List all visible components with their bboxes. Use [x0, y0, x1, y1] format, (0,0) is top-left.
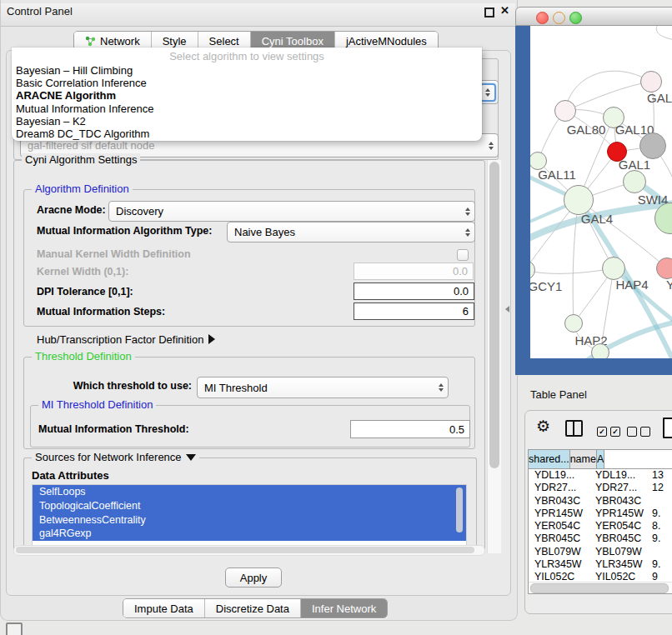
- table-cell[interactable]: YLR345W: [529, 558, 592, 571]
- network-node[interactable]: [654, 202, 672, 234]
- kernel-width-field[interactable]: 0.0: [354, 262, 474, 280]
- threshold-definition-title: Threshold Definition: [32, 350, 135, 362]
- gear-icon[interactable]: ⚙: [536, 418, 550, 434]
- tab[interactable]: Impute Data: [123, 599, 205, 618]
- network-node[interactable]: [591, 343, 609, 358]
- collapse-down-icon: [186, 454, 196, 461]
- table-row[interactable]: YLR345WYLR345W9.: [529, 558, 672, 571]
- attribute-item[interactable]: TopologicalCoefficient: [33, 499, 466, 513]
- horizontal-scrollbar[interactable]: [13, 545, 485, 556]
- which-threshold-combobox[interactable]: MI Threshold: [197, 377, 449, 398]
- node-y[interactable]: [656, 258, 672, 279]
- network-canvas[interactable]: GALGAL80GAL10GAL1GAL11SWI4GAL4GCY1HAP4YH…: [530, 26, 672, 358]
- table-cell[interactable]: 12: [649, 482, 672, 494]
- minimize-traffic-light-icon[interactable]: [553, 12, 565, 24]
- zoom-traffic-light-icon[interactable]: [569, 12, 582, 24]
- document-icon[interactable]: [663, 418, 672, 438]
- mi-threshold-field[interactable]: 0.5: [350, 420, 470, 438]
- panel-title: Control Panel: [7, 4, 73, 19]
- table-cell[interactable]: YDR27...: [592, 482, 649, 494]
- table-cell[interactable]: [649, 495, 672, 508]
- table-row[interactable]: YBR045CYBR045C9.: [529, 532, 672, 545]
- table-horizontal-scrollbar[interactable]: [529, 582, 672, 593]
- network-focus-frame: GALGAL80GAL10GAL1GAL11SWI4GAL4GCY1HAP4YH…: [515, 26, 672, 375]
- panel-divider-arrow[interactable]: [505, 306, 509, 312]
- network-node[interactable]: [639, 132, 666, 159]
- node-swi4[interactable]: [623, 170, 646, 193]
- table-cell[interactable]: YBL079W: [592, 546, 649, 558]
- dpi-tolerance-field[interactable]: 0.0: [354, 282, 474, 300]
- node-hap2[interactable]: [564, 314, 583, 332]
- tab[interactable]: Infer Network: [301, 599, 387, 618]
- node-hap4[interactable]: [602, 257, 625, 280]
- node-gal[interactable]: [640, 71, 662, 92]
- minimized-panel-icon[interactable]: [6, 622, 23, 635]
- table-cell[interactable]: YPR145W: [592, 508, 649, 520]
- table-cell[interactable]: YER054C: [529, 520, 592, 532]
- table-row[interactable]: YDR27...YDR27...12: [529, 482, 672, 494]
- algorithm-dropdown: Select algorithm to view settings Bayesi…: [12, 48, 482, 141]
- table-cell[interactable]: YBR045C: [592, 532, 649, 545]
- horizontal-scrollbar-thumb[interactable]: [16, 547, 474, 553]
- algorithm-option[interactable]: ARACNE Algorithm: [12, 89, 482, 102]
- network-window-titlebar[interactable]: [515, 7, 672, 26]
- column-header[interactable]: A: [597, 450, 604, 468]
- table-cell[interactable]: 8.: [649, 520, 672, 532]
- close-traffic-light-icon[interactable]: [536, 12, 549, 24]
- attribute-item[interactable]: BetweennessCentrality: [33, 513, 466, 528]
- table-cell[interactable]: YBR043C: [592, 495, 649, 508]
- split-columns-icon[interactable]: [565, 420, 583, 437]
- aracne-mode-combobox[interactable]: Discovery: [108, 201, 475, 222]
- column-header[interactable]: shared...: [529, 450, 570, 468]
- table-cell[interactable]: YPR145W: [529, 508, 592, 520]
- table-cell[interactable]: YBR043C: [529, 495, 592, 508]
- table-cell[interactable]: YLR345W: [592, 558, 649, 571]
- table-cell[interactable]: YDL19...: [592, 469, 649, 482]
- mi-threshold-label: Mutual Information Threshold:: [38, 420, 189, 439]
- node-gcy1[interactable]: [530, 260, 535, 280]
- algorithm-option[interactable]: Bayesian – K2: [12, 115, 482, 128]
- dropdown-placeholder: Select algorithm to view settings: [12, 48, 482, 64]
- attribute-item[interactable]: SelfLoops: [33, 485, 466, 499]
- table-cell[interactable]: 13: [649, 469, 672, 482]
- node-gal4[interactable]: [564, 185, 594, 215]
- table-cell[interactable]: YBL079W: [529, 546, 592, 558]
- attribute-item[interactable]: gal4RGexp: [33, 527, 466, 541]
- table-row[interactable]: YDL19...YDL19...13: [529, 469, 672, 482]
- close-icon[interactable]: ✕: [500, 4, 509, 17]
- algorithm-option[interactable]: Mutual Information Inference: [12, 102, 482, 115]
- tab[interactable]: Discretize Data: [205, 599, 301, 618]
- table-row[interactable]: YBL079WYBL079W: [529, 546, 672, 558]
- table-scrollbar-thumb[interactable]: [530, 583, 669, 593]
- table-cell[interactable]: 9.: [649, 532, 672, 545]
- hub-definition-expander[interactable]: Hub/Transcription Factor Definition: [37, 330, 215, 349]
- list-scrollbar-thumb[interactable]: [456, 488, 463, 532]
- algorithm-option[interactable]: Dream8 DC_TDC Algorithm: [12, 128, 482, 140]
- mi-algorithm-type-combobox[interactable]: Naive Bayes: [227, 222, 475, 242]
- algorithm-option[interactable]: Basic Correlation Inference: [12, 77, 482, 89]
- table-row[interactable]: YER054CYER054C8.: [529, 520, 672, 532]
- deselect-all-checkboxes-icon[interactable]: [627, 427, 650, 437]
- select-all-checkboxes-icon[interactable]: ✓✓: [597, 427, 620, 437]
- table-row[interactable]: YBR043CYBR043C: [529, 495, 672, 508]
- column-header[interactable]: name: [570, 450, 597, 468]
- float-window-icon[interactable]: [484, 8, 494, 18]
- table-cell[interactable]: YDR27...: [529, 482, 592, 494]
- table-cell[interactable]: YDL19...: [529, 469, 592, 482]
- algorithm-option[interactable]: Bayesian – Hill Climbing: [12, 64, 482, 77]
- mi-steps-field[interactable]: 6: [354, 302, 474, 320]
- table-cell[interactable]: YER054C: [592, 520, 649, 532]
- manual-kernel-checkbox[interactable]: [457, 249, 469, 261]
- table-cell[interactable]: [649, 546, 672, 558]
- table-cell[interactable]: 9.: [649, 508, 672, 520]
- vertical-scrollbar[interactable]: [487, 160, 501, 553]
- manual-kernel-label: Manual Kernel Width Definition: [37, 245, 191, 264]
- which-threshold-label: Which threshold to use:: [50, 377, 192, 396]
- table-panel-title: Table Panel: [530, 388, 587, 401]
- table-cell[interactable]: 9.: [649, 558, 672, 571]
- table-row[interactable]: YPR145WYPR145W9.: [529, 508, 672, 520]
- node-gal80[interactable]: [554, 100, 576, 122]
- table-cell[interactable]: YBR045C: [529, 532, 592, 545]
- vertical-scrollbar-thumb[interactable]: [489, 162, 499, 468]
- apply-button[interactable]: Apply: [225, 568, 282, 588]
